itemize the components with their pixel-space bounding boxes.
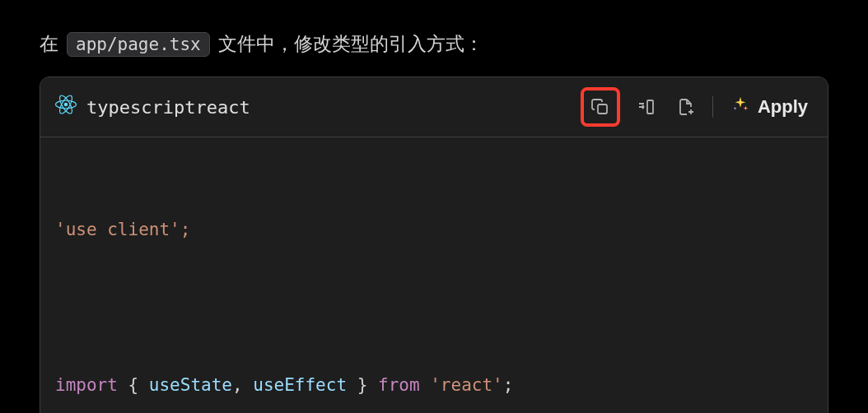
intro-prefix: 在 [40,31,58,57]
ident-useeffect: useEffect [253,375,347,395]
directive-literal: 'use client'; [55,220,190,239]
code-line-2: import { useState, useEffect } from 'rea… [55,370,813,401]
toolbar-divider [712,96,713,118]
code-header-right: Apply [581,87,813,127]
code-line-1: 'use client'; [55,215,813,246]
ident-usestate: useState [149,375,232,395]
sparkle-icon [731,95,749,118]
svg-rect-4 [598,104,607,114]
semi: ; [503,375,514,395]
insert-button[interactable] [633,94,660,120]
brace-r: } [347,375,378,395]
code-body: 'use client'; import { useState, useEffe… [40,137,828,413]
apply-label: Apply [758,96,808,118]
intro-suffix: 文件中，修改类型的引入方式： [218,31,483,57]
copy-button[interactable] [587,94,614,120]
copy-highlight-box [581,87,620,127]
string-react: 'react' [420,375,503,395]
code-header: typescriptreact [40,77,828,137]
kw-from: from [378,375,420,395]
inline-file-code: app/page.tsx [67,32,210,57]
new-file-button[interactable] [673,94,699,120]
brace-l: { [128,375,149,395]
apply-button[interactable]: Apply [726,92,813,122]
code-header-left: typescriptreact [55,94,250,120]
svg-rect-5 [647,100,653,114]
intro-sentence: 在 app/page.tsx 文件中，修改类型的引入方式： [40,31,828,57]
svg-point-0 [64,103,68,107]
language-label: typescriptreact [86,97,250,118]
kw-import: import [55,375,118,395]
code-block: typescriptreact [40,77,828,413]
react-icon [55,94,77,120]
comma: , [232,375,253,395]
